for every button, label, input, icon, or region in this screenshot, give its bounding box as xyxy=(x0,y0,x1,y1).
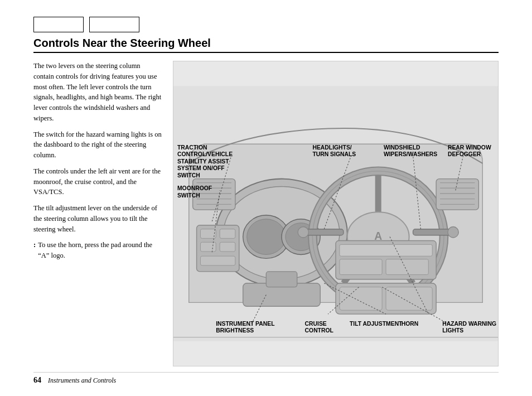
svg-rect-43 xyxy=(340,244,432,256)
svg-text:CONTROL/VEHICLE: CONTROL/VEHICLE xyxy=(177,151,233,157)
svg-text:SYSTEM ON/OFF: SYSTEM ON/OFF xyxy=(177,165,225,171)
paragraph-2: The switch for the hazard warning lights… xyxy=(33,129,162,161)
nav-box-right[interactable] xyxy=(89,17,139,32)
svg-text:SWITCH: SWITCH xyxy=(177,192,200,199)
svg-text:TILT ADJUSTMENT: TILT ADJUSTMENT xyxy=(350,321,403,327)
svg-rect-8 xyxy=(266,272,297,287)
footer-page-number: 64 xyxy=(33,376,41,385)
svg-text:TURN SIGNALS: TURN SIGNALS xyxy=(312,151,356,157)
diagram-area: A xyxy=(173,61,499,366)
svg-rect-19 xyxy=(413,229,452,235)
svg-rect-28 xyxy=(340,287,382,311)
footer: 64 Instruments and Controls xyxy=(33,372,499,385)
svg-text:REAR WINDOW: REAR WINDOW xyxy=(448,144,491,151)
note-bullet: : xyxy=(33,240,36,261)
svg-rect-26 xyxy=(201,256,235,265)
svg-point-4 xyxy=(247,219,286,255)
svg-rect-30 xyxy=(436,179,478,210)
note-text: To use the horn, press the pad around th… xyxy=(38,240,162,261)
nav-box-left[interactable] xyxy=(33,17,84,32)
svg-text:MOONROOF: MOONROOF xyxy=(177,185,212,191)
main-content: The two levers on the steering column co… xyxy=(33,61,499,366)
svg-text:CRUISE: CRUISE xyxy=(305,321,327,327)
svg-text:WINDSHIELD: WINDSHIELD xyxy=(384,144,420,151)
svg-rect-24 xyxy=(201,242,216,252)
svg-text:BRIGHTNESS: BRIGHTNESS xyxy=(216,327,254,334)
svg-text:DEFOGGER: DEFOGGER xyxy=(448,151,481,157)
svg-rect-44 xyxy=(340,259,382,275)
svg-point-18 xyxy=(298,227,308,238)
svg-text:HAZARD WARNING: HAZARD WARNING xyxy=(442,321,496,327)
section-title: Controls Near the Steering Wheel xyxy=(33,37,499,53)
svg-point-20 xyxy=(448,227,458,238)
paragraph-4: The tilt adjustment lever on the undersi… xyxy=(33,203,162,234)
svg-text:TRACTION: TRACTION xyxy=(177,144,207,151)
svg-rect-22 xyxy=(201,229,216,239)
svg-rect-45 xyxy=(386,259,428,275)
svg-rect-23 xyxy=(220,229,235,239)
svg-text:INSTRUMENT PANEL: INSTRUMENT PANEL xyxy=(216,321,275,327)
svg-rect-29 xyxy=(386,287,432,311)
note-item: : To use the horn, press the pad around … xyxy=(33,240,162,261)
svg-text:HORN: HORN xyxy=(402,321,419,327)
header-nav-boxes xyxy=(33,17,499,32)
footer-chapter: Instruments and Controls xyxy=(48,376,116,385)
paragraph-1: The two levers on the steering column co… xyxy=(33,61,162,124)
svg-text:CONTROL: CONTROL xyxy=(305,327,334,334)
svg-text:HEADLIGHTS/: HEADLIGHTS/ xyxy=(312,144,351,151)
svg-rect-17 xyxy=(305,229,344,235)
svg-text:STABILITY ASSIST: STABILITY ASSIST xyxy=(177,158,229,165)
page: Controls Near the Steering Wheel The two… xyxy=(0,0,532,396)
svg-text:SWITCH: SWITCH xyxy=(177,172,200,178)
svg-text:WIPERS/WASHERS: WIPERS/WASHERS xyxy=(384,151,437,157)
svg-rect-25 xyxy=(220,242,235,252)
steering-wheel-diagram: A xyxy=(173,61,498,366)
text-column: The two levers on the steering column co… xyxy=(33,61,162,366)
svg-text:LIGHTS: LIGHTS xyxy=(442,327,463,334)
paragraph-3: The controls under the left air vent are… xyxy=(33,166,162,197)
